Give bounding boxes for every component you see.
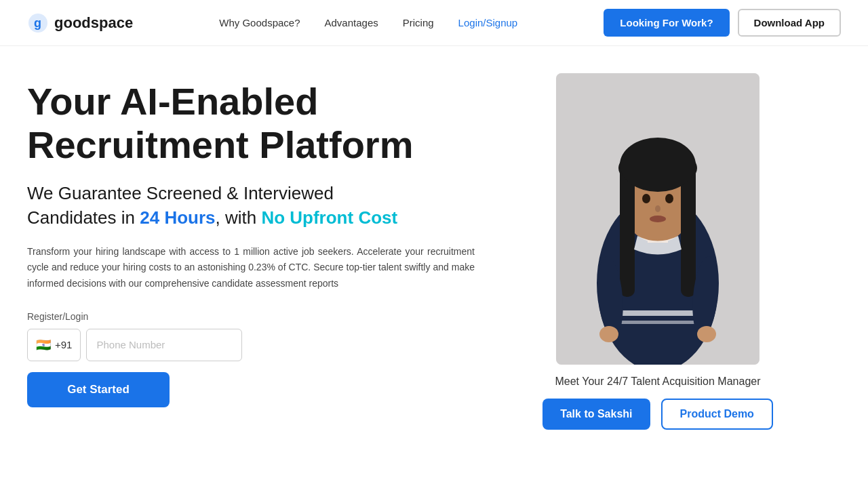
country-code-selector[interactable]: 🇮🇳 +91 [27,329,81,361]
logo-text: goodspace [54,14,133,32]
hero-section: Your AI-Enabled Recruitment Platform We … [0,46,868,488]
main-headline: Your AI-Enabled Recruitment Platform [27,80,475,167]
hero-left: Your AI-Enabled Recruitment Platform We … [27,73,475,407]
talk-to-sakshi-button[interactable]: Talk to Sakshi [542,399,650,430]
svg-point-14 [655,205,660,212]
nav-why-goodspace[interactable]: Why Goodspace? [219,17,300,28]
talent-manager-image [556,73,760,365]
talent-caption: Meet Your 24/7 Talent Acquisition Manage… [555,375,760,388]
main-nav: Why Goodspace? Advantages Pricing Login/… [219,17,517,28]
logo[interactable]: g goodspace [27,12,133,34]
download-app-button[interactable]: Download App [738,9,841,37]
svg-point-15 [650,216,666,222]
get-started-button[interactable]: Get Started [27,372,170,407]
product-demo-button[interactable]: Product Demo [661,399,773,430]
header: g goodspace Why Goodspace? Advantages Pr… [0,0,868,46]
hero-body-text: Transform your hiring landscape with acc… [27,244,475,292]
logo-icon: g [27,12,49,34]
svg-point-19 [697,326,716,342]
phone-row: 🇮🇳 +91 [27,329,475,361]
nav-advantages[interactable]: Advantages [325,17,378,28]
phone-input[interactable] [86,329,242,361]
looking-for-work-button[interactable]: Looking For Work? [604,9,729,37]
cta-buttons: Talk to Sakshi Product Demo [542,399,773,430]
svg-point-11 [620,138,696,192]
svg-point-12 [642,194,650,203]
svg-text:g: g [34,16,41,30]
header-actions: Looking For Work? Download App [604,9,841,37]
india-flag-icon: 🇮🇳 [36,338,51,352]
person-svg [556,73,760,365]
hero-right: Meet Your 24/7 Talent Acquisition Manage… [475,73,841,430]
svg-point-18 [599,326,618,342]
subheadline: We Guarantee Screened & Interviewed Cand… [27,181,475,230]
register-label: Register/Login [27,311,475,322]
nav-pricing[interactable]: Pricing [403,17,434,28]
nav-login-signup[interactable]: Login/Signup [458,17,518,28]
svg-point-13 [665,194,673,203]
